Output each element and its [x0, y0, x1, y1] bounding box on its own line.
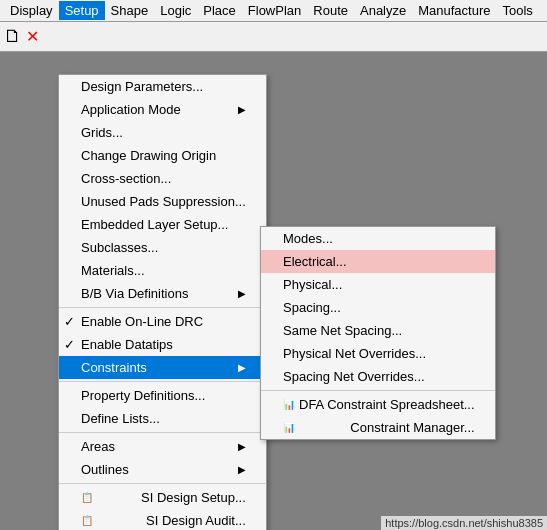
menubar-logic[interactable]: Logic — [154, 1, 197, 20]
menu-enable-datatips[interactable]: ✓ Enable Datatips — [59, 333, 266, 356]
menu-areas[interactable]: Areas ▶ — [59, 435, 266, 458]
menu-prop-defs[interactable]: Property Definitions... — [59, 384, 266, 407]
menu-change-origin[interactable]: Change Drawing Origin — [59, 144, 266, 167]
menu-same-net-spacing[interactable]: Same Net Spacing... — [261, 319, 495, 342]
menu-subclasses[interactable]: Subclasses... — [59, 236, 266, 259]
toolbar-close-icon: ✕ — [26, 27, 39, 46]
menubar-display[interactable]: Display — [4, 1, 59, 20]
menu-physical[interactable]: Physical... — [261, 273, 495, 296]
menu-design-params[interactable]: Design Parameters... — [59, 75, 266, 98]
dfa-icon: 📊 — [283, 399, 295, 410]
submenu-arrow-bb: ▶ — [238, 288, 246, 299]
menubar-analyze[interactable]: Analyze — [354, 1, 412, 20]
main-area: Design Parameters... Application Mode ▶ … — [0, 52, 547, 530]
separator-4 — [59, 483, 266, 484]
separator-1 — [59, 307, 266, 308]
constraint-manager-icon: 📊 — [283, 422, 295, 433]
submenu-arrow-areas: ▶ — [238, 441, 246, 452]
menu-cross-section[interactable]: Cross-section... — [59, 167, 266, 190]
menu-materials[interactable]: Materials... — [59, 259, 266, 282]
submenu-arrow: ▶ — [238, 104, 246, 115]
menu-spacing-net-overrides[interactable]: Spacing Net Overrides... — [261, 365, 495, 388]
toolbar-icon: 🗋 — [4, 26, 22, 47]
constraints-submenu: Modes... Electrical... Physical... Spaci… — [260, 226, 496, 440]
menu-unused-pads[interactable]: Unused Pads Suppression... — [59, 190, 266, 213]
menubar-shape[interactable]: Shape — [105, 1, 155, 20]
separator-constraints — [261, 390, 495, 391]
separator-2 — [59, 381, 266, 382]
check-drc: ✓ — [64, 314, 75, 329]
menu-define-lists[interactable]: Define Lists... — [59, 407, 266, 430]
menu-constraints[interactable]: Constraints ▶ — [59, 356, 266, 379]
menu-spacing[interactable]: Spacing... — [261, 296, 495, 319]
menu-embedded-layer[interactable]: Embedded Layer Setup... — [59, 213, 266, 236]
menubar-flowplan[interactable]: FlowPlan — [242, 1, 307, 20]
url-bar: https://blog.csdn.net/shishu8385 — [381, 516, 547, 530]
menu-outlines[interactable]: Outlines ▶ — [59, 458, 266, 481]
menubar-route[interactable]: Route — [307, 1, 354, 20]
separator-3 — [59, 432, 266, 433]
menu-modes[interactable]: Modes... — [261, 227, 495, 250]
menu-bb-via[interactable]: B/B Via Definitions ▶ — [59, 282, 266, 305]
menubar-place[interactable]: Place — [197, 1, 242, 20]
menu-dfa-constraint[interactable]: 📊 DFA Constraint Spreadsheet... — [261, 393, 495, 416]
si-audit-icon: 📋 — [81, 515, 93, 526]
submenu-arrow-constraints: ▶ — [238, 362, 246, 373]
menu-si-audit[interactable]: 📋 SI Design Audit... — [59, 509, 266, 530]
menu-electrical[interactable]: Electrical... — [261, 250, 495, 273]
menubar: Display Setup Shape Logic Place FlowPlan… — [0, 0, 547, 22]
toolbar: 🗋 ✕ — [0, 22, 547, 52]
menu-constraint-manager[interactable]: 📊 Constraint Manager... — [261, 416, 495, 439]
menubar-tools[interactable]: Tools — [497, 1, 539, 20]
menu-enable-drc[interactable]: ✓ Enable On-Line DRC — [59, 310, 266, 333]
setup-dropdown: Design Parameters... Application Mode ▶ … — [58, 74, 267, 530]
menu-grids[interactable]: Grids... — [59, 121, 266, 144]
submenu-arrow-outlines: ▶ — [238, 464, 246, 475]
menubar-manufacture[interactable]: Manufacture — [412, 1, 496, 20]
menubar-setup[interactable]: Setup — [59, 1, 105, 20]
menu-physical-net-overrides[interactable]: Physical Net Overrides... — [261, 342, 495, 365]
menu-app-mode[interactable]: Application Mode ▶ — [59, 98, 266, 121]
check-datatips: ✓ — [64, 337, 75, 352]
si-setup-icon: 📋 — [81, 492, 93, 503]
menu-si-setup[interactable]: 📋 SI Design Setup... — [59, 486, 266, 509]
